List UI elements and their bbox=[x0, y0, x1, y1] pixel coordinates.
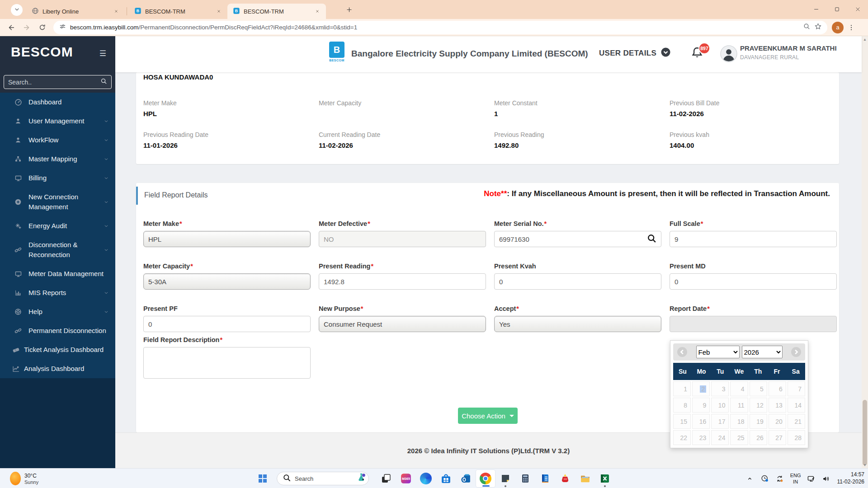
calendar-day[interactable]: 21 bbox=[788, 414, 805, 429]
choose-action-button[interactable]: Choose Action bbox=[458, 408, 518, 424]
search-icon[interactable] bbox=[100, 78, 107, 86]
tab-close-icon[interactable] bbox=[112, 7, 120, 15]
description-textarea[interactable] bbox=[143, 347, 311, 379]
scrollbar-thumb[interactable] bbox=[863, 400, 867, 465]
calendar-day[interactable]: 3 bbox=[711, 381, 729, 396]
calendar-day[interactable]: 16 bbox=[692, 414, 710, 429]
full-scale-input[interactable]: 9 bbox=[670, 231, 837, 247]
sidebar-search-input[interactable] bbox=[8, 79, 100, 86]
sidebar-item-mis-reports[interactable]: MIS Reports bbox=[0, 283, 115, 302]
calendar-day[interactable]: 17 bbox=[711, 414, 729, 429]
calendar-day[interactable]: 10 bbox=[711, 398, 729, 413]
sidebar-item-help[interactable]: Help bbox=[0, 302, 115, 321]
taskbar-onenote-icon[interactable] bbox=[535, 469, 555, 488]
notifications-button[interactable]: 897 bbox=[690, 46, 708, 64]
calendar-day[interactable]: 20 bbox=[769, 414, 786, 429]
hamburger-icon[interactable]: ☰ bbox=[99, 49, 106, 58]
monitor-icon[interactable] bbox=[806, 472, 817, 485]
calendar-day[interactable]: 26 bbox=[750, 430, 767, 445]
sidebar-item-billing[interactable]: Billing bbox=[0, 169, 115, 188]
sync-icon[interactable] bbox=[774, 472, 786, 485]
browser-profile-avatar[interactable]: a bbox=[832, 22, 844, 33]
user-avatar[interactable] bbox=[720, 45, 737, 64]
taskbar-alert-app-icon[interactable] bbox=[555, 469, 575, 488]
sidebar-item-user-management[interactable]: User Management bbox=[0, 112, 115, 131]
taskbar-search[interactable]: Search bbox=[277, 472, 369, 485]
calendar-month-select[interactable]: Feb bbox=[696, 346, 740, 358]
calendar-day[interactable]: 25 bbox=[730, 430, 748, 445]
url-bar[interactable]: bescom.trm.ieasybill.com/PermanentDiscon… bbox=[53, 21, 827, 34]
speaker-icon[interactable] bbox=[821, 472, 832, 485]
calendar-day[interactable]: 1 bbox=[673, 381, 691, 396]
present-kvah-input[interactable]: 0 bbox=[494, 273, 661, 290]
calendar-day[interactable]: 18 bbox=[730, 414, 748, 429]
calendar-day[interactable]: 5 bbox=[750, 381, 767, 396]
new-tab-button[interactable] bbox=[344, 5, 354, 16]
taskbar-edge-icon[interactable] bbox=[416, 469, 436, 488]
calendar-day[interactable]: 2 bbox=[692, 381, 710, 396]
calendar-day[interactable]: 8 bbox=[673, 398, 691, 413]
calendar-day[interactable]: 11 bbox=[730, 398, 748, 413]
language-indicator[interactable]: ENG IN bbox=[789, 472, 802, 485]
calendar-day[interactable]: 13 bbox=[769, 398, 786, 413]
taskbar-file-explorer-icon[interactable] bbox=[575, 469, 595, 488]
forward-button[interactable] bbox=[19, 21, 34, 34]
sidebar-item-master-mapping[interactable]: Master Mapping bbox=[0, 150, 115, 169]
sidebar-item-ticket-analysis-dashboard[interactable]: Ticket Analysis Dashboard bbox=[0, 340, 115, 359]
reload-button[interactable] bbox=[34, 21, 50, 34]
start-button[interactable] bbox=[256, 472, 269, 485]
page-scrollbar[interactable]: ▲ ▼ bbox=[862, 36, 868, 468]
calendar-day[interactable]: 14 bbox=[788, 398, 805, 413]
sidebar-item-analysis-dashboard[interactable]: Analysis Dashboard bbox=[0, 359, 115, 378]
close-button[interactable] bbox=[847, 0, 868, 18]
browser-tab-bescom-trm-2[interactable]: B BESCOM-TRM bbox=[227, 4, 326, 19]
present-pf-input[interactable]: 0 bbox=[143, 316, 311, 332]
sidebar-item-meter-data-management[interactable]: Meter Data Management bbox=[0, 264, 115, 283]
taskbar-calculator-icon[interactable] bbox=[515, 469, 535, 488]
calendar-day[interactable]: 27 bbox=[769, 430, 786, 445]
taskbar-excel-icon[interactable] bbox=[595, 469, 615, 488]
scroll-up-arrow[interactable]: ▲ bbox=[862, 36, 868, 42]
calendar-day[interactable]: 23 bbox=[692, 430, 710, 445]
tray-chevron-up-icon[interactable] bbox=[744, 472, 756, 485]
tune-icon[interactable] bbox=[59, 23, 66, 32]
sidebar-item-new-connection-management[interactable]: New Connection Management bbox=[0, 188, 115, 216]
tab-search-button[interactable] bbox=[11, 4, 23, 16]
tab-close-icon[interactable] bbox=[215, 7, 223, 15]
taskbar-sticky-notes-icon[interactable] bbox=[495, 469, 515, 488]
browser-tab-bescom-trm-1[interactable]: B BESCOM-TRM bbox=[129, 4, 227, 19]
calendar-day[interactable]: 6 bbox=[769, 381, 786, 396]
sidebar-item-disconnection-reconnection[interactable]: Disconnection & Reconnection bbox=[0, 235, 115, 264]
meter-serial-no-input[interactable]: 69971630 bbox=[494, 231, 661, 247]
browser-tab-liberty-online-0[interactable]: Liberty Online bbox=[26, 4, 125, 19]
user-details-menu[interactable]: USER DETAILS bbox=[599, 47, 671, 60]
taskbar-task-view-icon[interactable] bbox=[376, 469, 396, 488]
calendar-day[interactable]: 22 bbox=[673, 430, 691, 445]
present-reading-input[interactable]: 1492.8 bbox=[319, 273, 486, 290]
calendar-day[interactable]: 9 bbox=[692, 398, 710, 413]
calendar-year-select[interactable]: 2026 bbox=[742, 346, 783, 358]
star-icon[interactable] bbox=[814, 23, 822, 32]
scroll-down-arrow[interactable]: ▼ bbox=[862, 462, 868, 468]
maximize-button[interactable] bbox=[826, 0, 847, 18]
calendar-day[interactable]: 4 bbox=[730, 381, 748, 396]
calendar-day[interactable]: 19 bbox=[750, 414, 767, 429]
minimize-button[interactable] bbox=[806, 0, 826, 18]
taskbar-m365-icon[interactable]: M365 bbox=[396, 469, 416, 488]
present-md-input[interactable]: 0 bbox=[670, 273, 837, 290]
back-button[interactable] bbox=[4, 21, 19, 34]
tab-close-icon[interactable] bbox=[313, 7, 321, 15]
calendar-day[interactable]: 12 bbox=[750, 398, 767, 413]
calendar-next-button[interactable] bbox=[791, 347, 802, 357]
taskbar-store-icon[interactable] bbox=[436, 469, 456, 488]
people-icon[interactable] bbox=[759, 472, 771, 485]
sidebar-item-workflow[interactable]: WorkFlow bbox=[0, 131, 115, 150]
weather-widget[interactable]: 30°C Sunny bbox=[6, 469, 42, 488]
clock[interactable]: 14:57 11-02-2026 bbox=[835, 471, 865, 485]
calendar-day[interactable]: 15 bbox=[673, 414, 691, 429]
sidebar-item-energy-audit[interactable]: Energy Audit bbox=[0, 216, 115, 235]
sidebar-item-dashboard[interactable]: Dashboard bbox=[0, 93, 115, 112]
report-date-input[interactable] bbox=[670, 316, 837, 332]
sidebar-item-permanent-disconnection[interactable]: Permanent Disconnection bbox=[0, 321, 115, 340]
browser-menu-button[interactable] bbox=[844, 21, 859, 34]
